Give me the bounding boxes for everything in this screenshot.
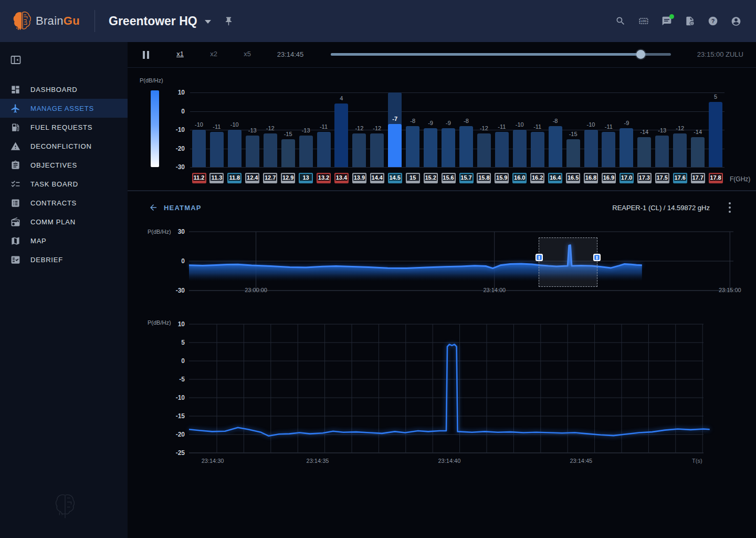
spectrum-bar[interactable] <box>281 139 295 167</box>
x-tick-label: 23:14:45 <box>560 458 602 464</box>
y-tick-label: 0 <box>163 357 185 365</box>
spectrum-bar[interactable] <box>620 128 633 168</box>
spectrum-bar[interactable] <box>299 136 313 167</box>
speed-x5-button[interactable]: x5 <box>237 50 258 58</box>
spectrum-bar[interactable] <box>406 126 419 167</box>
sidebar-item-debrief[interactable]: DEBRIEF <box>0 250 128 269</box>
frequency-badge[interactable]: 17.5 <box>655 173 669 183</box>
detail-plot <box>189 324 704 453</box>
sidebar-item-contracts[interactable]: CONTRACTS <box>0 193 128 212</box>
dashboard-icon <box>10 85 20 95</box>
pin-icon[interactable] <box>224 16 234 26</box>
frequency-badge[interactable]: 17.6 <box>673 173 687 183</box>
selection-handle-left[interactable] <box>536 254 543 261</box>
frequency-badge[interactable]: 14.5 <box>388 173 402 183</box>
frequency-badge[interactable]: 17.7 <box>691 173 705 183</box>
frequency-badge[interactable]: 16.5 <box>566 173 580 183</box>
spectrum-bar[interactable] <box>370 133 384 167</box>
frequency-badge[interactable]: 13.9 <box>352 173 366 183</box>
spectrum-bar[interactable] <box>602 132 615 168</box>
spectrum-bar[interactable] <box>246 136 259 167</box>
speed-x1-button[interactable]: x1 <box>170 50 191 58</box>
spectrum-bar[interactable] <box>709 102 722 167</box>
frequency-badge[interactable]: 12.4 <box>245 173 259 183</box>
bar-value-label: 4 <box>331 95 352 101</box>
frequency-badge[interactable]: 16.8 <box>584 173 598 183</box>
frequency-badge[interactable]: 17.3 <box>637 173 652 183</box>
y-tick-label: -30 <box>163 163 185 171</box>
frequency-badge[interactable]: 13 <box>299 173 313 183</box>
frequency-badge[interactable]: 17.0 <box>620 173 634 183</box>
spectrum-bar[interactable] <box>531 132 544 168</box>
collapse-sidebar-icon[interactable] <box>9 54 22 66</box>
account-icon[interactable] <box>731 16 741 26</box>
flight-icon <box>10 104 20 113</box>
sidebar-item-label: DECONFLICTION <box>30 142 92 150</box>
spectrum-bar[interactable] <box>513 130 527 167</box>
frequency-badge[interactable]: 16.2 <box>530 173 544 183</box>
gridline <box>190 111 724 112</box>
spectrum-bar[interactable] <box>691 137 705 167</box>
frequency-badge[interactable]: 12.7 <box>263 173 277 183</box>
frequency-badge[interactable]: 15 <box>406 173 420 183</box>
help-icon[interactable]: ? <box>708 16 718 26</box>
spectrum-bar[interactable] <box>459 126 473 167</box>
spectrum-bar[interactable] <box>442 128 455 168</box>
frequency-badge[interactable]: 17.8 <box>709 173 723 183</box>
sidebar-item-dashboard[interactable]: DASHBOARD <box>0 80 128 99</box>
selection-handle-right[interactable] <box>593 254 601 261</box>
frequency-badge[interactable]: 11.3 <box>209 173 224 183</box>
time-range-selection[interactable] <box>539 237 597 287</box>
sidebar-item-map[interactable]: MAP <box>0 231 128 250</box>
frequency-badge[interactable]: 15.2 <box>424 173 438 183</box>
spectrum-bar[interactable] <box>424 128 437 168</box>
spectrum-bar[interactable] <box>655 136 669 167</box>
log-icon[interactable]: LOG <box>638 16 649 26</box>
spectrum-bar[interactable] <box>495 132 509 168</box>
spectrum-bar[interactable] <box>228 130 242 167</box>
frequency-badge[interactable]: 15.6 <box>442 173 456 183</box>
frequency-badge[interactable]: 11.2 <box>192 173 206 183</box>
sidebar-item-manage-assets[interactable]: MANAGE ASSETS <box>0 99 128 118</box>
spectrum-bar[interactable] <box>210 132 224 168</box>
spectrum-bar[interactable] <box>264 133 277 167</box>
pause-icon[interactable] <box>143 51 150 59</box>
frequency-badge[interactable]: 15.8 <box>477 173 491 183</box>
frequency-badge[interactable]: 16.4 <box>548 173 562 183</box>
frequency-badge[interactable]: 14.4 <box>370 173 384 183</box>
timeline-slider[interactable] <box>331 53 671 56</box>
spectrum-bar[interactable] <box>317 132 331 168</box>
spectrum-bar[interactable] <box>673 133 687 167</box>
frequency-badge[interactable]: 12.9 <box>281 173 295 183</box>
chevron-down-icon[interactable] <box>205 20 211 24</box>
bar-value-label: -9 <box>616 120 637 126</box>
frequency-badge[interactable]: 11.8 <box>227 173 242 183</box>
sidebar-item-deconfliction[interactable]: DECONFLICTION <box>0 137 128 156</box>
speed-x2-button[interactable]: x2 <box>203 50 224 58</box>
frequency-badge[interactable]: 16.9 <box>602 173 616 183</box>
frequency-badge[interactable]: 15.7 <box>459 173 474 183</box>
back-icon[interactable] <box>149 203 158 212</box>
chat-icon[interactable] <box>662 16 672 26</box>
kebab-menu-icon[interactable] <box>726 202 733 213</box>
spectrum-bar[interactable] <box>584 130 598 167</box>
sidebar-item-task-board[interactable]: TASK BOARD <box>0 174 128 193</box>
sidebar-item-fuel-requests[interactable]: FUEL REQUESTS <box>0 118 128 137</box>
file-info-icon[interactable] <box>685 16 695 26</box>
frequency-badge[interactable]: 13.4 <box>334 173 349 183</box>
spectrum-bar[interactable] <box>388 124 402 167</box>
sidebar-item-objectives[interactable]: OBJECTIVES <box>0 156 128 174</box>
spectrum-bar[interactable] <box>334 104 348 167</box>
search-icon[interactable] <box>615 16 626 26</box>
spectrum-bar[interactable] <box>549 126 562 167</box>
spectrum-bar[interactable] <box>477 133 491 167</box>
spectrum-bar[interactable] <box>566 139 580 167</box>
spectrum-bar[interactable] <box>192 130 206 167</box>
slider-thumb[interactable] <box>636 50 645 59</box>
frequency-badge[interactable]: 15.9 <box>495 173 509 183</box>
spectrum-bar[interactable] <box>637 137 651 167</box>
frequency-badge[interactable]: 13.2 <box>317 173 331 183</box>
spectrum-bar[interactable] <box>352 133 366 167</box>
frequency-badge[interactable]: 16.0 <box>512 173 527 183</box>
sidebar-item-comm-plan[interactable]: COMM PLAN <box>0 212 128 231</box>
